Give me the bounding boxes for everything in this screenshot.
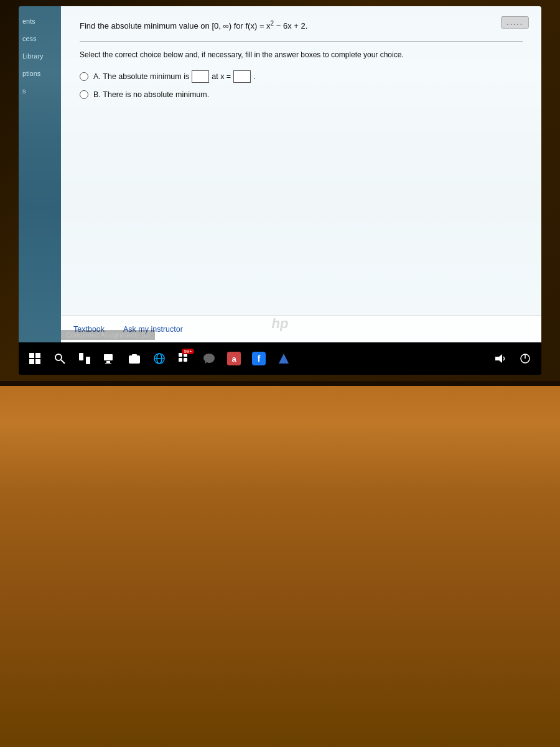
svg-rect-6 bbox=[79, 353, 83, 360]
browser-button[interactable] bbox=[148, 347, 170, 370]
svg-rect-8 bbox=[104, 354, 113, 360]
keyboard-area: ✳ f3 ⬚ f4 f5 ◄ 0 f6 ◄ f7 ◄+ f8 bbox=[0, 386, 560, 747]
choice-b-row: B. There is no absolute minimum. bbox=[80, 90, 523, 99]
answer-box-x[interactable] bbox=[233, 70, 251, 83]
svg-rect-10 bbox=[105, 363, 111, 364]
sidebar: ents cess Library ptions s bbox=[19, 6, 61, 342]
screen-outer: ents cess Library ptions s ..... Find th… bbox=[0, 0, 560, 386]
svg-marker-21 bbox=[495, 354, 502, 363]
svg-rect-2 bbox=[29, 359, 34, 364]
svg-rect-19 bbox=[179, 358, 182, 362]
svg-rect-17 bbox=[179, 353, 182, 357]
question-text: Find the absolute minimum value on [0, ∞… bbox=[80, 19, 523, 32]
main-panel: ..... Find the absolute minimum value on… bbox=[61, 6, 541, 342]
another-app-button[interactable] bbox=[273, 347, 295, 370]
choice-a-row: A. The absolute minimum is at x = . bbox=[80, 70, 523, 83]
svg-point-4 bbox=[55, 354, 62, 360]
more-options-button[interactable]: ..... bbox=[501, 16, 529, 29]
task-view-button[interactable] bbox=[73, 347, 96, 370]
svg-rect-7 bbox=[86, 357, 90, 364]
radio-b[interactable] bbox=[80, 90, 88, 99]
media-button[interactable] bbox=[98, 347, 121, 370]
svg-line-5 bbox=[61, 360, 65, 364]
choice-a-label: A. bbox=[93, 72, 101, 81]
choice-a-at: at x = bbox=[212, 72, 231, 81]
svg-rect-13 bbox=[132, 354, 137, 356]
anki-button[interactable]: a bbox=[223, 347, 245, 370]
answer-box-value[interactable] bbox=[192, 70, 209, 83]
screen-bezel: ents cess Library ptions s ..... Find th… bbox=[19, 6, 541, 375]
camera-button[interactable] bbox=[123, 347, 146, 370]
messenger-button[interactable] bbox=[198, 347, 220, 370]
choice-a-text: The absolute minimum is bbox=[103, 72, 189, 81]
volume-icon[interactable] bbox=[489, 347, 511, 370]
svg-rect-9 bbox=[106, 361, 110, 363]
hp-logo-area: hp bbox=[19, 305, 541, 342]
divider bbox=[80, 41, 523, 42]
sidebar-item-cess[interactable]: cess bbox=[19, 30, 61, 47]
sidebar-item-s[interactable]: s bbox=[19, 82, 61, 100]
sidebar-item-library[interactable]: Library bbox=[19, 47, 61, 65]
facebook-button[interactable]: f bbox=[248, 347, 270, 370]
hp-logo: hp bbox=[272, 316, 289, 332]
sidebar-item-ents[interactable]: ents bbox=[19, 12, 61, 30]
sidebar-item-options[interactable]: ptions bbox=[19, 65, 61, 82]
svg-rect-0 bbox=[29, 353, 34, 358]
choice-b-text: There is no absolute minimum. bbox=[103, 90, 209, 99]
search-taskbar-button[interactable] bbox=[49, 347, 71, 370]
choice-b-label: B. bbox=[93, 90, 101, 99]
svg-rect-20 bbox=[184, 358, 187, 362]
windows-start-button[interactable] bbox=[24, 347, 46, 370]
power-icon[interactable] bbox=[514, 347, 536, 370]
notification-badge: 99+ bbox=[182, 349, 194, 354]
svg-rect-3 bbox=[35, 359, 40, 364]
app-grid-button[interactable]: 99+ bbox=[173, 347, 195, 370]
choice-a-period: . bbox=[253, 72, 255, 81]
radio-a[interactable] bbox=[80, 72, 88, 81]
svg-rect-1 bbox=[35, 353, 40, 358]
screen-content: ents cess Library ptions s ..... Find th… bbox=[19, 6, 541, 342]
taskbar: 99+ a f bbox=[19, 342, 541, 375]
instruction-text: Select the correct choice below and, if … bbox=[80, 50, 523, 59]
